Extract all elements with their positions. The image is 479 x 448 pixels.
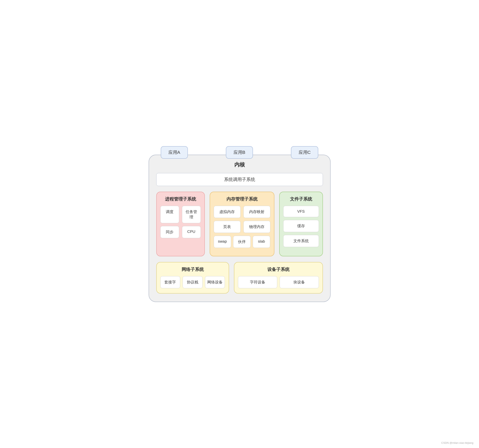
physical-memory-label: 物理内存 — [249, 225, 265, 229]
process-grid: 调度 任务管理 同步 CPU — [160, 206, 201, 238]
swap-label: swap — [218, 239, 227, 244]
process-management-box: 进程管理子系统 调度 任务管理 同步 CPU — [156, 192, 205, 256]
memory-grid-top: 虚拟内存 内存映射 页表 物理内存 — [214, 206, 270, 233]
cache-label: 缓存 — [297, 224, 305, 228]
page-table-box: 页表 — [214, 221, 241, 233]
virtual-memory-label: 虚拟内存 — [220, 210, 235, 214]
network-device-label: 网络设备 — [207, 280, 223, 284]
file-system-box: 文件系统 — [283, 235, 319, 247]
app-c-box: 应用C — [291, 146, 319, 159]
cache-box: 缓存 — [283, 220, 319, 232]
device-grid: 字符设备 块设备 — [238, 276, 319, 288]
virtual-memory-box: 虚拟内存 — [214, 206, 241, 218]
network-device-box: 网络设备 — [205, 276, 225, 288]
cpu-box: CPU — [182, 226, 201, 238]
bottom-section: 网络子系统 套接字 协议栈 网络设备 设备子系统 — [156, 262, 323, 294]
socket-label: 套接字 — [164, 280, 176, 284]
app-c-label: 应用C — [299, 150, 311, 155]
device-title: 设备子系统 — [238, 266, 319, 272]
watermark: CSDN @milan-xiao-tiejiang — [441, 441, 473, 444]
diagram-wrapper: 应用A 应用B 应用C 内核 系统调用子系统 进程管理子系统 调度 — [149, 146, 331, 302]
kernel-box: 内核 系统调用子系统 进程管理子系统 调度 任务管理 同步 — [149, 155, 331, 302]
network-grid: 套接字 协议栈 网络设备 — [160, 276, 225, 288]
syscall-label: 系统调用子系统 — [224, 177, 255, 182]
schedule-label: 调度 — [166, 210, 173, 214]
sync-label: 同步 — [166, 230, 173, 234]
file-system-label: 文件系统 — [293, 239, 309, 243]
buddy-box: 伙伴 — [233, 236, 251, 248]
app-a-label: 应用A — [168, 150, 180, 155]
middle-section: 进程管理子系统 调度 任务管理 同步 CPU — [156, 192, 323, 256]
sync-box: 同步 — [160, 226, 179, 238]
app-b-box: 应用B — [226, 146, 253, 159]
memory-grid-bottom: swap 伙伴 slab — [214, 236, 270, 248]
kernel-title: 内核 — [156, 161, 323, 168]
filesystem-grid: VFS 缓存 文件系统 — [283, 206, 319, 247]
buddy-label: 伙伴 — [238, 240, 246, 244]
slab-box: slab — [253, 236, 270, 248]
filesystem-box: 文件子系统 VFS 缓存 文件系统 — [279, 192, 323, 256]
network-title: 网络子系统 — [160, 266, 225, 272]
app-a-box: 应用A — [161, 146, 188, 159]
memory-map-box: 内存映射 — [243, 206, 270, 218]
block-device-box: 块设备 — [280, 276, 319, 288]
char-device-label: 字符设备 — [250, 280, 265, 284]
memory-management-box: 内存管理子系统 虚拟内存 内存映射 页表 物理内存 — [210, 192, 274, 256]
app-b-label: 应用B — [233, 150, 246, 155]
apps-row: 应用A 应用B 应用C — [149, 146, 331, 159]
schedule-box: 调度 — [160, 206, 179, 223]
vfs-box: VFS — [283, 206, 319, 217]
memory-map-label: 内存映射 — [249, 210, 265, 214]
network-box: 网络子系统 套接字 协议栈 网络设备 — [156, 262, 229, 294]
task-mgmt-label: 任务管理 — [186, 210, 197, 219]
slab-label: slab — [258, 239, 265, 244]
char-device-box: 字符设备 — [238, 276, 277, 288]
filesystem-title: 文件子系统 — [283, 196, 319, 202]
vfs-label: VFS — [297, 209, 305, 213]
syscall-box: 系统调用子系统 — [156, 173, 323, 186]
block-device-label: 块设备 — [293, 280, 305, 284]
task-mgmt-box: 任务管理 — [182, 206, 201, 223]
physical-memory-box: 物理内存 — [243, 221, 270, 233]
socket-box: 套接字 — [160, 276, 180, 288]
cpu-label: CPU — [187, 230, 195, 234]
protocol-stack-label: 协议栈 — [187, 280, 198, 284]
memory-title: 内存管理子系统 — [214, 196, 270, 202]
device-box: 设备子系统 字符设备 块设备 — [234, 262, 323, 294]
protocol-stack-box: 协议栈 — [183, 276, 203, 288]
process-title: 进程管理子系统 — [160, 196, 201, 202]
page-table-label: 页表 — [223, 225, 231, 229]
swap-box: swap — [214, 236, 231, 248]
